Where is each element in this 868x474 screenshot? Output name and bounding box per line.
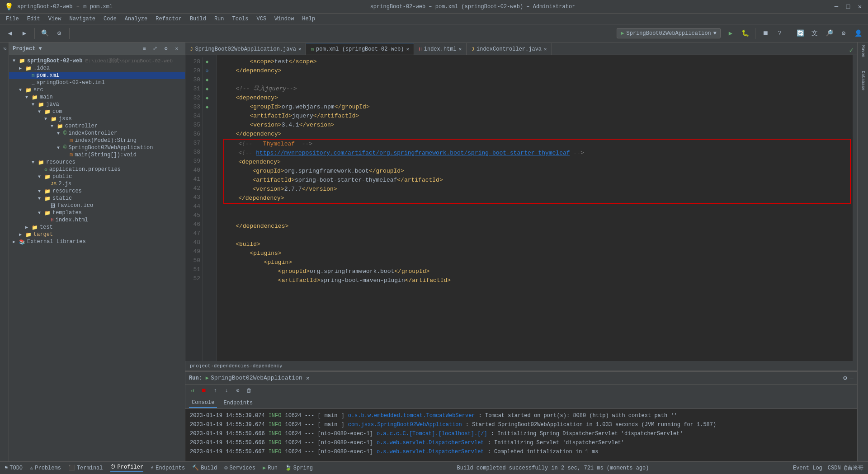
- footer-profiler[interactable]: ⏱ Profiler: [110, 464, 144, 472]
- console-scroll-down-btn[interactable]: ↓: [222, 386, 231, 396]
- breadcrumb-dependency[interactable]: dependency: [253, 363, 283, 369]
- toolbar-back-btn[interactable]: ◀: [4, 27, 16, 40]
- tree-controller[interactable]: ▼ 📁 controller: [9, 122, 185, 130]
- tree-templates[interactable]: ▼ 📁 templates: [9, 209, 185, 216]
- tab-springboot-close[interactable]: ✕: [298, 46, 302, 52]
- menu-build[interactable]: Build: [186, 15, 210, 23]
- tree-main-method[interactable]: ▶ m main(String[]):void: [9, 151, 185, 159]
- toolbar-update-btn[interactable]: 🔄: [794, 27, 807, 40]
- tab-indexcontroller[interactable]: J indexController.java ✕: [467, 43, 552, 55]
- tree-iml[interactable]: ▶ _ springBoot-02-web.iml: [9, 79, 185, 86]
- tree-app-props[interactable]: ▶ ⚙ application.properties: [9, 166, 185, 173]
- menu-code[interactable]: Code: [100, 15, 120, 23]
- menu-file[interactable]: File: [2, 15, 23, 23]
- tree-favicon[interactable]: ▶ 🖼 favicon.ico: [9, 202, 185, 209]
- menu-help[interactable]: Help: [298, 15, 319, 23]
- toolbar-forward-btn[interactable]: ▶: [18, 27, 31, 40]
- tab-index-html-close[interactable]: ✕: [459, 46, 462, 52]
- menu-tools[interactable]: Tools: [229, 15, 252, 23]
- database-icon[interactable]: Database: [859, 77, 867, 85]
- tree-com[interactable]: ▼ 📁 com: [9, 108, 185, 115]
- maven-icon[interactable]: Maven: [859, 47, 867, 55]
- project-settings-btn[interactable]: ⚙: [161, 44, 170, 53]
- menu-analyze[interactable]: Analyze: [121, 15, 151, 23]
- tree-ext-libs[interactable]: ▶ 📚 External Libraries: [9, 238, 185, 245]
- footer-build[interactable]: 🔨 Build: [192, 465, 217, 471]
- footer-endpoints[interactable]: ⚡ Endpoints: [151, 465, 185, 471]
- tree-target[interactable]: ▶ 📁 target: [9, 231, 185, 238]
- title-bar-controls[interactable]: ─ □ ✕: [833, 3, 863, 10]
- run-button[interactable]: ▶: [724, 27, 737, 40]
- tab-index-html[interactable]: H index.html ✕: [414, 43, 467, 55]
- tree-src[interactable]: ▼ 📁 src: [9, 86, 185, 94]
- debug-button[interactable]: 🐛: [739, 27, 751, 40]
- minimize-button[interactable]: ─: [833, 3, 840, 10]
- footer-problems[interactable]: ⚠ Problems: [30, 465, 61, 471]
- close-button[interactable]: ✕: [856, 3, 863, 10]
- menu-edit[interactable]: Edit: [24, 15, 44, 23]
- stop-button[interactable]: ⏹: [759, 27, 772, 40]
- tree-resources[interactable]: ▼ 📁 resources: [9, 159, 185, 166]
- run-tab-close[interactable]: ✕: [306, 375, 310, 382]
- tree-static[interactable]: ▼ 📁 static: [9, 195, 185, 202]
- tree-index-method[interactable]: ▶ m index(Model):String: [9, 137, 185, 144]
- tree-public[interactable]: ▼ 📁 public: [9, 173, 185, 180]
- console-filter-btn[interactable]: ⊘: [233, 386, 243, 396]
- menu-view[interactable]: View: [45, 15, 65, 23]
- vertical-scrollbar[interactable]: [853, 55, 857, 361]
- toolbar-user-btn[interactable]: 👤: [852, 27, 864, 40]
- tree-test[interactable]: ▶ 📁 test: [9, 224, 185, 231]
- footer-services[interactable]: ⚙ Services: [224, 465, 255, 471]
- console-clear-btn[interactable]: 🗑: [244, 386, 254, 396]
- log-pid-2: 10624 --- [nio-8080-exec-1]: [285, 429, 373, 438]
- console-tab-console[interactable]: Console: [189, 398, 217, 408]
- footer-run[interactable]: ▶ Run: [263, 465, 278, 471]
- menu-refactor[interactable]: Refactor: [152, 15, 185, 23]
- toolbar-search-btn[interactable]: 🔍: [38, 27, 51, 40]
- tab-pom-close[interactable]: ✕: [406, 46, 410, 52]
- project-close-btn[interactable]: ✕: [172, 44, 181, 53]
- project-collapse-btn[interactable]: ≡: [140, 44, 149, 53]
- tab-pom-xml[interactable]: m pom.xml (springBoot-02-web) ✕: [306, 43, 414, 55]
- tree-jsxs[interactable]: ▼ 📁 jsxs: [9, 115, 185, 122]
- footer-terminal[interactable]: ⬛ Terminal: [68, 465, 103, 471]
- project-expand-btn[interactable]: ⤢: [151, 44, 160, 53]
- tab-indexcontroller-close[interactable]: ✕: [544, 46, 547, 52]
- menu-run[interactable]: Run: [211, 15, 228, 23]
- tree-pom[interactable]: ▶ m pom.xml: [9, 72, 185, 79]
- tree-resources2[interactable]: ▼ 📁 resources: [9, 188, 185, 195]
- tree-java[interactable]: ▼ 📁 java: [9, 101, 185, 108]
- menu-window[interactable]: Window: [271, 15, 297, 23]
- breadcrumb-dependencies[interactable]: dependencies: [214, 363, 250, 369]
- tree-js[interactable]: ▶ JS 2.js: [9, 180, 185, 188]
- bottom-settings-icon[interactable]: ⚙: [843, 374, 847, 382]
- tab-springboot-app[interactable]: J SpringBoot02WebApplication.java ✕: [185, 43, 306, 55]
- bottom-minimize-icon[interactable]: ─: [850, 375, 854, 382]
- tree-springboot-app[interactable]: ▼ © SpringBoot02WebApplication: [9, 144, 185, 151]
- run-app-tab[interactable]: ▶ SpringBoot02WebApplication ✕: [206, 375, 310, 382]
- tree-root[interactable]: ▼ 📁 springBoot-02-web E:\ideal测试\springB…: [9, 57, 185, 65]
- console-tab-endpoints[interactable]: Endpoints: [221, 399, 255, 408]
- toolbar-find-btn[interactable]: 🔎: [823, 27, 835, 40]
- menu-vcs[interactable]: VCS: [253, 15, 270, 23]
- toolbar-translate-btn[interactable]: 文: [808, 27, 821, 40]
- toolbar-more-btn[interactable]: ⚙: [837, 27, 850, 40]
- breadcrumb-project[interactable]: project: [190, 363, 211, 369]
- menu-navigate[interactable]: Navigate: [66, 15, 99, 23]
- tree-indexcontroller[interactable]: ▼ © indexController: [9, 130, 185, 137]
- tree-main[interactable]: ▼ 📁 main: [9, 94, 185, 101]
- run-config-dropdown[interactable]: ▶ SpringBoot02WebApplication ▼: [617, 28, 721, 38]
- footer-spring[interactable]: 🍃 Spring: [285, 465, 313, 471]
- toolbar-help-btn[interactable]: ?: [774, 27, 786, 40]
- console-stop-btn[interactable]: ⏹: [199, 386, 209, 396]
- console-restart-btn[interactable]: ↺: [188, 386, 198, 396]
- code-content[interactable]: <scope>test</scope> </dependency> <!-- 导…: [217, 55, 853, 361]
- maximize-button[interactable]: □: [844, 3, 852, 10]
- footer-eventlog[interactable]: Event Log: [793, 465, 822, 471]
- footer-todo[interactable]: ⚑ TODO: [5, 465, 23, 471]
- toolbar-settings-btn[interactable]: ⚙: [53, 27, 66, 40]
- tree-index-html[interactable]: ▶ H index.html: [9, 216, 185, 224]
- left-icon-project[interactable]: P: [0, 45, 9, 53]
- tree-idea[interactable]: ▶ 📁 .idea: [9, 65, 185, 72]
- console-scroll-up-btn[interactable]: ↑: [210, 386, 220, 396]
